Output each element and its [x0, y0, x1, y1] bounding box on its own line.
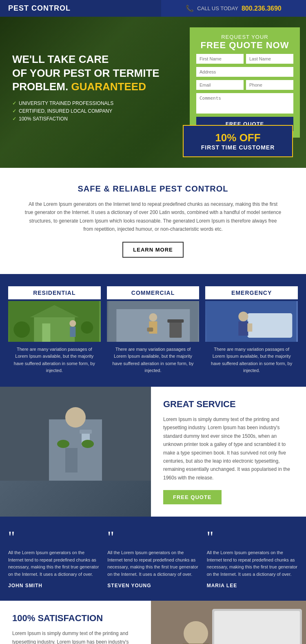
phone-section: 📞 CALL US TODAY 800.236.3690 [161, 0, 306, 17]
promo-percent: 10% OFF [189, 131, 286, 144]
svg-point-23 [65, 407, 86, 428]
satisfaction-section: 100% SATISFACTION Lorem Ipsum is simply … [0, 601, 306, 644]
svg-rect-19 [248, 323, 253, 332]
svg-rect-1 [34, 317, 75, 342]
safe-section: SAFE & RELIABLE PEST CONTROL All the Lor… [0, 168, 306, 274]
svg-rect-25 [71, 448, 78, 472]
svg-rect-13 [169, 321, 182, 338]
svg-point-5 [81, 321, 93, 334]
form-contact-row [196, 80, 293, 90]
safe-title: SAFE & RELIABLE PEST CONTROL [24, 184, 282, 194]
address-input[interactable] [196, 67, 293, 77]
hero-section: WE'LL TAKE CARE OF YOUR PEST OR TERMITE … [0, 17, 306, 168]
svg-point-10 [149, 313, 157, 321]
checklist-item: CERTIFIED, INSURED LOCAL COMPANY [12, 108, 177, 114]
quote-form: REQUEST YOUR FREE QUOTE NOW FREE QUOTE [190, 27, 300, 138]
checklist-item: 100% SATISFACTION [12, 116, 177, 122]
phone-icon: 📞 [186, 4, 194, 12]
promo-banner: 10% OFF FIRST TIME CUSTOMER [183, 125, 293, 157]
testimonial-2: " All the Lorem Ipsum generators on the … [107, 529, 198, 588]
commercial-svg [107, 301, 200, 342]
services-section: RESIDENTIAL There are many variation pas… [0, 274, 306, 387]
service-card-commercial: COMMERCIAL There are many variation pass… [107, 286, 200, 374]
service-body-commercial: There are many variation passages of Lor… [107, 346, 200, 374]
header: PEST CONTROL 📞 CALL US TODAY 800.236.369… [0, 0, 306, 17]
testimonials-section: " All the Lorem Ipsum generators on the … [0, 517, 306, 601]
great-service-svg [0, 387, 151, 481]
satisfaction-body: Lorem Ipsum is simply dummy text of the … [12, 629, 139, 644]
service-title-emergency: EMERGENCY [205, 286, 298, 299]
testimonial-3: " All the Lorem Ipsum generators on the … [207, 529, 298, 588]
service-image-commercial [107, 301, 200, 342]
service-card-residential: RESIDENTIAL There are many variation pas… [8, 286, 101, 374]
email-input[interactable] [196, 80, 244, 90]
great-service-quote-button[interactable]: FREE QUOTE [163, 490, 222, 504]
quote-icon-2: " [107, 529, 198, 545]
hero-content-left: WE'LL TAKE CARE OF YOUR PEST OR TERMITE … [0, 17, 190, 168]
hero-checklist: UNIVERSITY TRAINED PROFESSIONALS CERTIFI… [12, 100, 177, 124]
svg-rect-28 [80, 430, 92, 434]
checklist-item: UNIVERSITY TRAINED PROFESSIONALS [12, 100, 177, 106]
service-title-commercial: COMMERCIAL [107, 286, 200, 299]
logo-section: PEST CONTROL [0, 0, 161, 17]
svg-point-4 [13, 321, 30, 338]
hero-headline: WE'LL TAKE CARE OF YOUR PEST OR TERMITE … [12, 53, 177, 94]
svg-rect-18 [239, 321, 248, 336]
service-image-residential [8, 301, 101, 342]
residential-svg [8, 301, 101, 342]
svg-rect-26 [65, 448, 71, 472]
phone-input[interactable] [246, 80, 293, 90]
service-card-emergency: EMERGENCY There are many variation passa… [205, 286, 298, 374]
promo-subtitle: FIRST TIME CUSTOMER [189, 144, 286, 151]
call-label: CALL US TODAY [197, 5, 238, 11]
form-name-row [196, 54, 293, 64]
service-body-residential: There are many variation passages of Lor… [8, 346, 101, 374]
quote-icon-3: " [207, 529, 298, 545]
svg-point-6 [69, 320, 76, 327]
svg-rect-33 [214, 611, 300, 644]
svg-point-29 [57, 440, 69, 448]
testimonial-1: " All the Lorem Ipsum generators on the … [8, 529, 99, 588]
svg-point-30 [82, 440, 94, 448]
testimonial-quote-2: All the Lorem Ipsum generators on the In… [107, 549, 198, 578]
great-service-title: GREAT SERVICE [163, 399, 294, 410]
svg-rect-16 [248, 313, 293, 338]
service-title-residential: RESIDENTIAL [8, 286, 101, 299]
safe-body: All the Lorem Ipsum generators on the In… [24, 200, 282, 234]
phone-number: 800.236.3690 [242, 5, 282, 12]
svg-rect-7 [70, 327, 75, 337]
great-service-content: GREAT SERVICE Lorem Ipsum is simply dumm… [151, 387, 306, 517]
testimonial-quote-1: All the Lorem Ipsum generators on the In… [8, 549, 99, 578]
testimonial-name-2: STEVEN YOUNG [107, 583, 198, 588]
satisfaction-content: 100% SATISFACTION Lorem Ipsum is simply … [0, 601, 151, 644]
svg-rect-12 [147, 328, 153, 332]
great-service-section: GREAT SERVICE Lorem Ipsum is simply dumm… [0, 387, 306, 517]
testimonial-name-1: JOHN SMITH [8, 583, 99, 588]
great-service-body: Lorem Ipsum is simply dummy text of the … [163, 415, 294, 482]
satisfaction-title: 100% SATISFACTION [12, 613, 139, 624]
service-image-emergency [205, 301, 298, 342]
hero-content-right: REQUEST YOUR FREE QUOTE NOW FREE QUOTE 1… [190, 17, 306, 168]
great-service-image [0, 387, 151, 517]
svg-rect-14 [167, 319, 184, 323]
satisfaction-svg [151, 601, 306, 644]
guaranteed-text: GUARANTEED [71, 80, 146, 93]
testimonial-name-3: MARIA LEE [207, 583, 298, 588]
svg-point-17 [239, 312, 248, 321]
learn-more-button[interactable]: LEARN MORE [122, 242, 183, 258]
satisfaction-image [151, 601, 306, 644]
quote-icon-1: " [8, 529, 99, 545]
emergency-svg [205, 301, 298, 342]
logo-text: PEST CONTROL [8, 4, 71, 13]
comments-input[interactable] [196, 93, 293, 114]
services-grid: RESIDENTIAL There are many variation pas… [8, 286, 298, 374]
first-name-input[interactable] [196, 54, 244, 64]
last-name-input[interactable] [246, 54, 293, 64]
testimonial-quote-3: All the Lorem Ipsum generators on the In… [207, 549, 298, 578]
form-title: REQUEST YOUR FREE QUOTE NOW [196, 34, 293, 51]
service-body-emergency: There are many variation passages of Lor… [205, 346, 298, 374]
svg-rect-2 [42, 323, 50, 342]
